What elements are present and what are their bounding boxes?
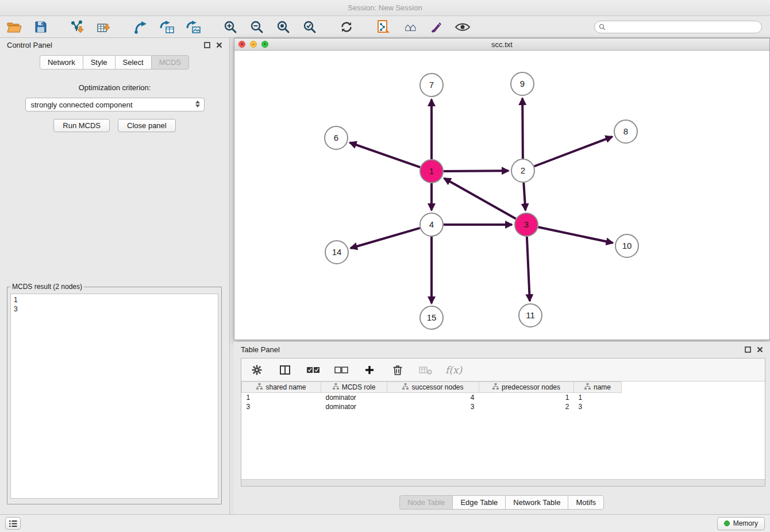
task-history-button[interactable] — [5, 517, 21, 530]
table-cell-mcds-role[interactable]: dominator — [321, 402, 387, 411]
graph-edge-4-14[interactable] — [351, 228, 420, 248]
graph-node-7[interactable]: 7 — [420, 74, 443, 97]
table-cell-shared-name[interactable]: 1 — [242, 393, 321, 402]
column-header-name[interactable]: name — [574, 382, 622, 393]
show-hide-icon[interactable] — [454, 18, 471, 36]
nested-network-icon[interactable]: ⌂⌂ — [401, 18, 418, 36]
graph-node-9[interactable]: 9 — [511, 72, 534, 95]
close-window-icon[interactable]: ✕ — [238, 41, 245, 48]
create-column-icon[interactable] — [361, 361, 378, 379]
table-tab-node-table[interactable]: Node Table — [399, 495, 453, 510]
table-cell-shared-name[interactable]: 3 — [242, 402, 321, 411]
column-header-predecessor-nodes[interactable]: predecessor nodes — [479, 382, 574, 393]
vertical-splitter[interactable] — [230, 38, 234, 514]
table-panel: Table Panel — [234, 342, 770, 514]
network-window-titlebar[interactable]: ✕ − + scc.txt — [234, 38, 769, 51]
refresh-layout-icon[interactable] — [338, 18, 355, 36]
mcds-result-list[interactable]: 13 — [10, 294, 218, 499]
graph-node-2[interactable]: 2 — [511, 159, 534, 182]
tab-network[interactable]: Network — [40, 55, 83, 70]
float-panel-icon[interactable] — [204, 42, 210, 48]
node-table-area: shared nameMCDS rolesuccessor nodesprede… — [241, 381, 765, 479]
table-cell-predecessor-nodes[interactable]: 2 — [479, 402, 574, 411]
zoom-out-icon[interactable] — [248, 18, 265, 36]
svg-text:7: 7 — [429, 80, 434, 90]
zoom-selected-icon[interactable] — [301, 18, 318, 36]
node-table: shared nameMCDS rolesuccessor nodesprede… — [241, 381, 622, 411]
table-cell-successor-nodes[interactable]: 3 — [387, 402, 479, 411]
criterion-select[interactable]: strongly connected component — [25, 98, 205, 111]
column-header-successor-nodes[interactable]: successor nodes — [387, 382, 479, 393]
select-all-columns-icon[interactable] — [305, 361, 322, 379]
close-panel-icon[interactable] — [216, 42, 222, 48]
table-body: 1dominator4113dominator323 — [242, 393, 622, 411]
table-cell-name[interactable]: 3 — [574, 402, 622, 411]
export-image-icon[interactable] — [185, 18, 202, 36]
graph-node-3[interactable]: 3 — [515, 213, 538, 236]
tab-style[interactable]: Style — [83, 55, 116, 70]
graph-edge-2-9[interactable] — [522, 98, 523, 159]
minimize-window-icon[interactable]: − — [250, 41, 257, 48]
tab-select[interactable]: Select — [115, 55, 152, 70]
table-tab-motifs[interactable]: Motifs — [568, 495, 604, 510]
app-titlebar: Session: New Session — [0, 0, 770, 16]
delete-table-icon[interactable] — [417, 361, 434, 379]
table-horizontal-scrollbar[interactable] — [241, 479, 765, 486]
table-cell-predecessor-nodes[interactable]: 1 — [479, 393, 574, 402]
table-cell-successor-nodes[interactable]: 4 — [387, 393, 479, 402]
graph-node-10[interactable]: 10 — [615, 234, 638, 257]
zoom-in-icon[interactable] — [222, 18, 239, 36]
open-session-icon[interactable] — [6, 18, 23, 36]
graph-edge-1-2[interactable] — [444, 171, 509, 171]
column-header-mcds-role[interactable]: MCDS role — [321, 382, 387, 393]
table-cell-mcds-role[interactable]: dominator — [321, 393, 387, 402]
export-table-icon[interactable] — [159, 18, 176, 36]
table-settings-gear-icon[interactable] — [248, 361, 265, 379]
search-input[interactable] — [594, 21, 762, 33]
table-row[interactable]: 1dominator411 — [242, 393, 622, 402]
control-panel-title: Control Panel — [7, 41, 52, 49]
graph-edge-3-11[interactable] — [527, 237, 530, 301]
column-tree-icon — [492, 383, 499, 391]
memory-button[interactable]: Memory — [717, 517, 765, 530]
graph-edge-2-3[interactable] — [523, 183, 525, 210]
graph-edge-2-8[interactable] — [534, 137, 613, 167]
table-row[interactable]: 3dominator323 — [242, 402, 622, 411]
network-from-selection-icon[interactable] — [132, 18, 149, 36]
network-overview-icon[interactable] — [375, 18, 392, 36]
table-cell-name[interactable]: 1 — [574, 393, 622, 402]
graph-node-15[interactable]: 15 — [420, 306, 443, 329]
close-panel-button[interactable]: Close panel — [118, 119, 176, 132]
import-network-icon[interactable] — [69, 18, 86, 36]
graph-node-11[interactable]: 11 — [519, 304, 542, 327]
table-tab-network-table[interactable]: Network Table — [505, 495, 568, 510]
show-columns-icon[interactable] — [276, 361, 294, 379]
table-tab-edge-table[interactable]: Edge Table — [452, 495, 506, 510]
graph-node-1[interactable]: 1 — [420, 160, 443, 183]
graph-node-8[interactable]: 8 — [614, 120, 637, 143]
graph-node-4[interactable]: 4 — [420, 213, 443, 236]
deselect-all-columns-icon[interactable] — [333, 361, 350, 379]
graph-node-6[interactable]: 6 — [325, 126, 348, 149]
close-table-panel-icon[interactable] — [757, 346, 763, 353]
graph-edge-3-1[interactable] — [444, 178, 516, 218]
status-bar: Memory — [0, 514, 770, 532]
column-tree-icon — [402, 383, 409, 391]
zoom-fit-icon[interactable] — [275, 18, 292, 36]
svg-text:9: 9 — [520, 79, 525, 88]
svg-text:10: 10 — [622, 241, 632, 250]
save-session-icon[interactable] — [32, 18, 49, 36]
graph-node-14[interactable]: 14 — [325, 241, 348, 264]
style-brush-icon[interactable] — [428, 18, 445, 36]
import-table-icon[interactable] — [95, 18, 113, 36]
delete-column-icon[interactable] — [389, 361, 406, 379]
float-table-panel-icon[interactable] — [745, 346, 751, 353]
graph-edge-1-6[interactable] — [350, 142, 421, 167]
tab-mcds[interactable]: MCDS — [151, 55, 189, 70]
graph-edge-3-10[interactable] — [538, 227, 613, 243]
function-builder-icon[interactable]: f(x) — [445, 364, 462, 376]
network-canvas[interactable]: 7968124314101511 — [234, 51, 769, 340]
maximize-window-icon[interactable]: + — [261, 41, 268, 48]
run-mcds-button[interactable]: Run MCDS — [53, 119, 110, 132]
column-header-shared-name[interactable]: shared name — [242, 382, 321, 393]
